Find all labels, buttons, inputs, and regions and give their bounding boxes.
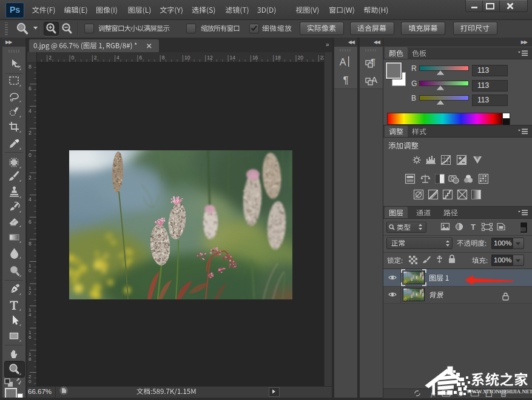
svg-text:2: 2 xyxy=(49,55,52,61)
svg-text:0: 0 xyxy=(29,152,32,158)
svg-text:20: 20 xyxy=(298,55,304,61)
svg-text:A: A xyxy=(340,57,346,67)
svg-text:18: 18 xyxy=(275,55,281,61)
svg-text:2: 2 xyxy=(94,55,97,61)
svg-text:0: 0 xyxy=(29,379,32,384)
svg-text:2: 2 xyxy=(29,130,32,136)
svg-text:4: 4 xyxy=(116,55,120,61)
svg-text:10: 10 xyxy=(184,55,190,61)
svg-text:4: 4 xyxy=(29,196,32,202)
svg-text:2: 2 xyxy=(29,290,32,296)
svg-text:8: 8 xyxy=(29,241,32,247)
svg-text:6: 6 xyxy=(29,85,32,92)
svg-text:8: 8 xyxy=(162,55,165,61)
svg-text:12: 12 xyxy=(207,55,213,61)
svg-text:14: 14 xyxy=(230,55,236,61)
svg-text:0: 0 xyxy=(72,55,75,61)
svg-text:4: 4 xyxy=(29,108,32,114)
svg-text:6: 6 xyxy=(29,335,32,340)
svg-text:6: 6 xyxy=(29,219,32,225)
svg-text:6: 6 xyxy=(139,55,142,61)
svg-text:0: 0 xyxy=(29,268,32,273)
svg-text:16: 16 xyxy=(252,55,258,61)
svg-text:8: 8 xyxy=(29,64,32,70)
svg-text:8: 8 xyxy=(29,356,32,362)
svg-text:¶: ¶ xyxy=(343,75,348,86)
svg-text:2: 2 xyxy=(29,175,32,181)
svg-text:4: 4 xyxy=(29,312,32,318)
